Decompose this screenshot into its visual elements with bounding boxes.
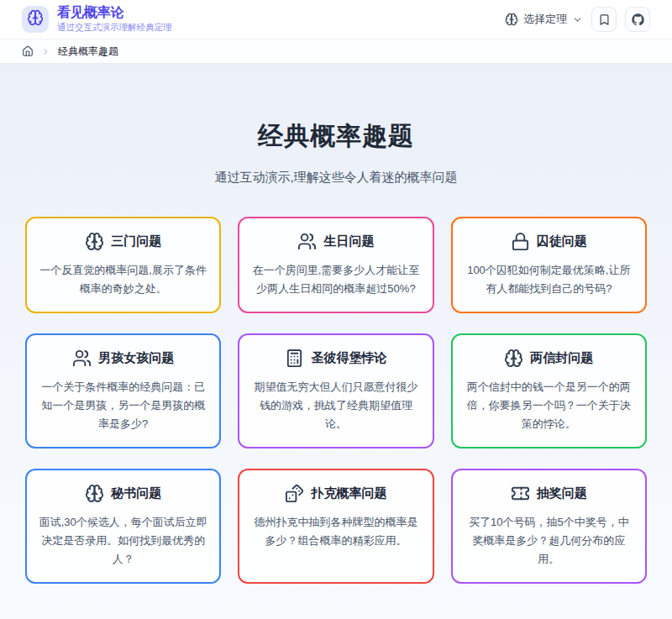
brain-icon xyxy=(504,349,523,368)
card-header: 抽奖问题 xyxy=(464,484,634,503)
breadcrumb: 经典概率趣题 xyxy=(0,39,672,64)
card-header: 两信封问题 xyxy=(464,349,634,368)
card-description: 两个信封中的钱一个是另一个的两倍，你要换另一个吗？一个关于决策的悖论。 xyxy=(464,378,634,433)
problem-card[interactable]: 生日问题 在一个房间里,需要多少人才能让至少两人生日相同的概率超过50%? xyxy=(238,217,433,313)
app-header: 看见概率论 通过交互式演示理解经典定理 选择定理 xyxy=(0,0,672,39)
app-title: 看见概率论 xyxy=(57,5,172,20)
chevron-right-icon xyxy=(41,47,50,56)
card-title: 生日问题 xyxy=(323,233,374,249)
card-description: 德州扑克中抽到各种牌型的概率是多少？组合概率的精彩应用。 xyxy=(250,513,421,550)
bookmark-button[interactable] xyxy=(591,7,617,32)
page-subtitle: 通过互动演示,理解这些令人着迷的概率问题 xyxy=(25,170,647,186)
breadcrumb-current: 经典概率趣题 xyxy=(58,45,118,59)
card-header: 三门问题 xyxy=(38,232,208,251)
brain-icon xyxy=(505,13,518,26)
app-subtitle: 通过交互式演示理解经典定理 xyxy=(57,22,172,34)
problem-card[interactable]: 抽奖问题 买了10个号码，抽5个中奖号，中奖概率是多少？超几何分布的应用。 xyxy=(451,469,647,584)
header-actions: 选择定理 xyxy=(505,7,650,32)
problem-card[interactable]: 扑克概率问题 德州扑克中抽到各种牌型的概率是多少？组合概率的精彩应用。 xyxy=(238,469,433,584)
card-header: 圣彼得堡悖论 xyxy=(250,349,421,368)
brain-icon xyxy=(85,232,104,251)
chevron-down-icon xyxy=(572,14,583,25)
brain-icon xyxy=(85,484,104,503)
home-icon[interactable] xyxy=(22,45,34,57)
card-title: 秘书问题 xyxy=(111,485,161,501)
card-header: 生日问题 xyxy=(250,232,421,251)
card-header: 扑克概率问题 xyxy=(250,484,421,503)
app-title-block: 看见概率论 通过交互式演示理解经典定理 xyxy=(57,5,172,33)
theorem-selector-label: 选择定理 xyxy=(523,12,567,27)
card-title: 囚徒问题 xyxy=(537,233,587,249)
brain-icon xyxy=(27,9,44,29)
card-title: 两信封问题 xyxy=(530,350,593,366)
theorem-selector[interactable]: 选择定理 xyxy=(505,12,583,27)
main-content: 经典概率趣题 通过互动演示,理解这些令人着迷的概率问题 三门问题 一个反直觉的概… xyxy=(0,64,672,584)
problem-cards-grid: 三门问题 一个反直觉的概率问题,展示了条件概率的奇妙之处。 生日问题 在一个房间… xyxy=(25,217,647,584)
app-logo[interactable] xyxy=(22,6,49,33)
card-title: 三门问题 xyxy=(111,233,161,249)
card-description: 一个反直觉的概率问题,展示了条件概率的奇妙之处。 xyxy=(38,261,208,298)
card-description: 面试,30个候选人，每个面试后立即决定是否录用。如何找到最优秀的人？ xyxy=(38,513,208,569)
bookmark-icon xyxy=(598,13,611,26)
dices-icon xyxy=(285,484,304,503)
card-description: 在一个房间里,需要多少人才能让至少两人生日相同的概率超过50%? xyxy=(250,261,421,298)
calculator-icon xyxy=(285,349,304,368)
card-title: 扑克概率问题 xyxy=(311,485,386,501)
problem-card[interactable]: 秘书问题 面试,30个候选人，每个面试后立即决定是否录用。如何找到最优秀的人？ xyxy=(25,469,221,584)
card-description: 100个囚犯如何制定最优策略,让所有人都能找到自己的号码? xyxy=(464,261,634,298)
github-button[interactable] xyxy=(625,7,650,32)
lock-icon xyxy=(511,232,530,251)
problem-card[interactable]: 囚徒问题 100个囚犯如何制定最优策略,让所有人都能找到自己的号码? xyxy=(451,217,647,313)
card-title: 抽奖问题 xyxy=(537,485,587,501)
problem-card[interactable]: 两信封问题 两个信封中的钱一个是另一个的两倍，你要换另一个吗？一个关于决策的悖论… xyxy=(451,333,647,449)
page-title: 经典概率趣题 xyxy=(25,119,647,154)
card-header: 囚徒问题 xyxy=(464,232,634,251)
problem-card[interactable]: 男孩女孩问题 一个关于条件概率的经典问题：已知一个是男孩，另一个是男孩的概率是多… xyxy=(25,333,221,449)
problem-card[interactable]: 圣彼得堡悖论 期望值无穷大但人们只愿意付很少钱的游戏，挑战了经典期望值理论。 xyxy=(238,333,433,449)
ticket-icon xyxy=(511,484,530,503)
card-header: 男孩女孩问题 xyxy=(38,349,208,368)
card-description: 期望值无穷大但人们只愿意付很少钱的游戏，挑战了经典期望值理论。 xyxy=(250,378,421,433)
github-icon xyxy=(632,13,644,26)
card-description: 一个关于条件概率的经典问题：已知一个是男孩，另一个是男孩的概率是多少? xyxy=(38,378,208,433)
problem-card[interactable]: 三门问题 一个反直觉的概率问题,展示了条件概率的奇妙之处。 xyxy=(25,217,221,313)
users-icon xyxy=(72,349,92,368)
card-header: 秘书问题 xyxy=(38,484,208,503)
card-description: 买了10个号码，抽5个中奖号，中奖概率是多少？超几何分布的应用。 xyxy=(464,513,634,569)
card-title: 圣彼得堡悖论 xyxy=(311,350,386,366)
card-title: 男孩女孩问题 xyxy=(98,350,174,366)
users-icon xyxy=(297,232,317,251)
